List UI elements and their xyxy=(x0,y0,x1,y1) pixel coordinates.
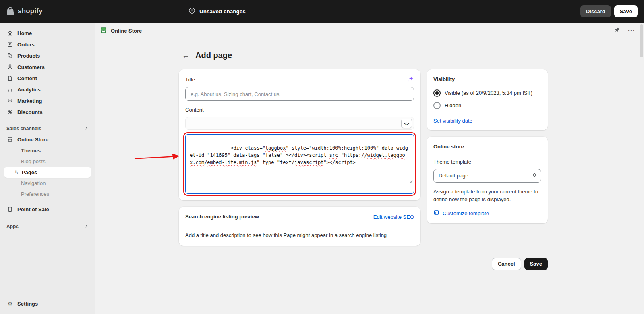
set-visibility-date-link[interactable]: Set visibility date xyxy=(433,118,472,124)
theme-template-label: Theme template xyxy=(433,158,541,166)
sidebar: Home Orders Products Customers Content A… xyxy=(0,23,95,314)
topbar-actions: Discard Save xyxy=(580,5,638,17)
radio-unselected-icon[interactable] xyxy=(433,102,441,109)
sidebar-item-label: Online Store xyxy=(17,137,48,143)
marketing-icon xyxy=(6,98,14,104)
sidebar-item-label: Content xyxy=(17,75,37,81)
sidebar-item-label: Marketing xyxy=(17,98,42,104)
sidebar-item-label: Products xyxy=(17,53,40,59)
sidebar-item-label: Point of Sale xyxy=(17,206,49,212)
topbar-save-button[interactable]: Save xyxy=(614,5,638,17)
subitem-label: Preferences xyxy=(21,191,49,197)
sidebar-item-label: Settings xyxy=(17,301,38,307)
magic-sparkle-icon[interactable] xyxy=(407,76,414,84)
sidebar-subitem-blog-posts[interactable]: Blog posts xyxy=(0,156,95,167)
seo-preview-card: Search engine listing preview Edit websi… xyxy=(179,207,420,246)
discounts-icon xyxy=(6,109,14,115)
sidebar-item-content[interactable]: Content xyxy=(3,73,92,84)
annotation-arrow xyxy=(133,152,182,163)
subitem-label: Blog posts xyxy=(21,158,46,164)
visibility-card-title: Visibility xyxy=(433,76,541,83)
gear-icon: ⚙ xyxy=(6,300,14,307)
save-button[interactable]: Save xyxy=(524,258,548,270)
shopify-wordmark: shopify xyxy=(18,7,43,15)
show-html-button[interactable]: <> xyxy=(401,119,412,128)
sidebar-item-marketing[interactable]: Marketing xyxy=(3,95,92,106)
annotation-rectangle: <div class="taggbox" style="width:100%;h… xyxy=(185,134,414,194)
sidebar-item-label: Analytics xyxy=(17,87,41,93)
sales-channels-label: Sales channels xyxy=(6,126,41,131)
shopify-logo[interactable]: shopify xyxy=(6,6,43,17)
customize-template-link[interactable]: Customize template xyxy=(443,210,489,216)
online-store-channel-icon xyxy=(100,27,107,35)
analytics-icon xyxy=(6,86,14,93)
chevron-right-icon xyxy=(84,125,89,132)
content-icon xyxy=(6,75,14,81)
home-icon xyxy=(6,30,14,36)
subitem-label: Navigation xyxy=(21,180,46,186)
apps-header[interactable]: Apps xyxy=(0,221,95,232)
discard-button[interactable]: Discard xyxy=(580,5,611,17)
sidebar-item-customers[interactable]: Customers xyxy=(3,61,92,73)
sidebar-item-analytics[interactable]: Analytics xyxy=(3,84,92,95)
resize-handle-icon[interactable] xyxy=(362,171,413,193)
select-stepper-icon xyxy=(531,172,538,179)
unsaved-changes-indicator: Unsaved changes xyxy=(188,7,246,15)
theme-template-value: Default page xyxy=(439,173,468,179)
sidebar-item-products[interactable]: Products xyxy=(3,50,92,61)
sidebar-subitem-navigation[interactable]: Navigation xyxy=(0,178,95,189)
online-store-card: Online store Theme template Default page… xyxy=(427,137,548,224)
sidebar-item-home[interactable]: Home xyxy=(3,27,92,39)
customers-icon xyxy=(6,64,14,70)
visibility-radio-visible[interactable]: Visible (as of 20/9/2023, 5:34 pm IST) xyxy=(433,89,541,97)
divider xyxy=(179,226,420,226)
sidebar-subitem-themes[interactable]: Themes xyxy=(0,145,95,156)
sidebar-item-orders[interactable]: Orders xyxy=(3,39,92,50)
orders-icon xyxy=(6,41,14,48)
content-field-label: Content xyxy=(185,106,414,114)
page-form-card: Title Content <> <div class="taggbox" st… xyxy=(179,69,420,200)
back-arrow-icon[interactable]: ← xyxy=(182,52,190,59)
pin-icon[interactable] xyxy=(614,27,620,34)
hidden-radio-label: Hidden xyxy=(445,102,461,110)
sidebar-item-label: Customers xyxy=(17,64,45,70)
page-title: Add page xyxy=(195,51,232,60)
more-options-icon[interactable]: ⋯ xyxy=(627,27,635,34)
edit-website-seo-link[interactable]: Edit website SEO xyxy=(373,214,414,220)
shopify-bag-icon xyxy=(6,6,15,17)
sidebar-item-discounts[interactable]: Discounts xyxy=(3,106,92,118)
template-icon xyxy=(433,210,439,217)
apps-label: Apps xyxy=(6,224,19,229)
subnav-tree-line xyxy=(17,157,17,167)
subitem-label: Pages xyxy=(22,169,37,175)
unsaved-changes-text: Unsaved changes xyxy=(199,8,246,15)
vertical-scrollbar[interactable] xyxy=(640,24,643,57)
radio-selected-icon[interactable] xyxy=(433,89,441,97)
breadcrumb[interactable]: Online Store xyxy=(100,27,142,35)
customize-template-row[interactable]: Customize template xyxy=(433,210,541,217)
subpage-arrow-icon: ↳ xyxy=(14,169,19,175)
sidebar-item-settings[interactable]: ⚙ Settings xyxy=(3,298,92,309)
title-field-label: Title xyxy=(185,76,195,83)
sidebar-item-label: Discounts xyxy=(17,109,43,115)
subitem-label: Themes xyxy=(21,148,41,154)
sidebar-item-label: Orders xyxy=(17,42,35,48)
products-icon xyxy=(6,52,14,59)
theme-template-select[interactable]: Default page xyxy=(433,169,541,183)
storefront-icon xyxy=(6,136,14,143)
title-input[interactable] xyxy=(185,87,414,101)
visibility-radio-hidden[interactable]: Hidden xyxy=(433,102,541,110)
content-editor[interactable]: <div class="taggbox" style="width:100%;h… xyxy=(185,134,414,194)
online-store-card-description: Assign a template from your current them… xyxy=(433,188,541,204)
visible-radio-label: Visible (as of 20/9/2023, 5:34 pm IST) xyxy=(445,89,532,97)
seo-card-description: Add a title and description to see how t… xyxy=(185,232,414,239)
online-store-card-title: Online store xyxy=(433,143,541,150)
cancel-button[interactable]: Cancel xyxy=(492,258,521,270)
sidebar-subitem-preferences[interactable]: Preferences xyxy=(0,189,95,200)
sidebar-item-point-of-sale[interactable]: Point of Sale xyxy=(3,204,92,215)
sales-channels-header[interactable]: Sales channels xyxy=(0,123,95,134)
chevron-right-icon xyxy=(84,223,89,230)
sidebar-subitem-pages[interactable]: ↳ Pages xyxy=(4,167,91,178)
sidebar-item-label: Home xyxy=(17,30,32,36)
sidebar-item-online-store[interactable]: Online Store xyxy=(3,134,92,145)
